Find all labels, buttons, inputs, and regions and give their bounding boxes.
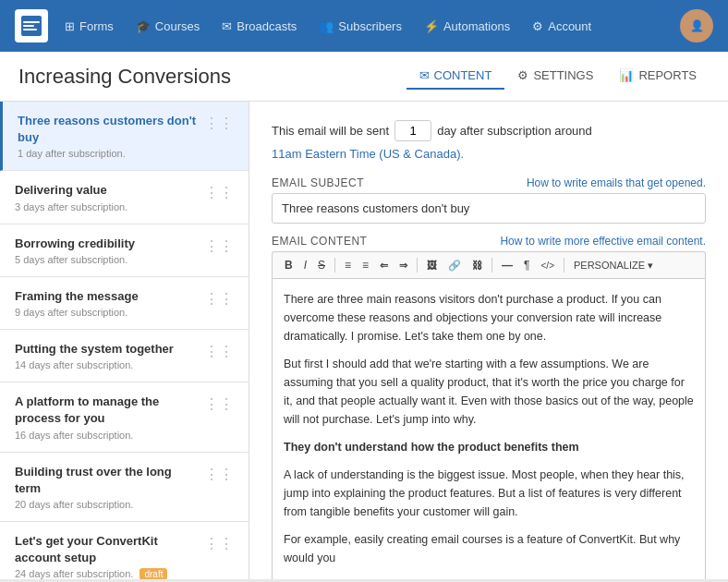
ul-button[interactable]: ≡ [340, 256, 356, 274]
sidebar-item-subtitle-6: 20 days after subscription. [15, 499, 197, 510]
content-label: Email Content [272, 235, 367, 248]
settings-icon: ⚙ [517, 68, 528, 82]
drag-handle-6: ⋮⋮ [204, 466, 234, 483]
sidebar-item-1[interactable]: Delivering value 3 days after subscripti… [0, 171, 249, 224]
drag-handle-4: ⋮⋮ [204, 343, 234, 360]
email-sequence-sidebar: Three reasons customers don't buy 1 day … [0, 102, 249, 579]
content-section-header: Email Content How to write more effectiv… [272, 235, 706, 248]
nav-item-account[interactable]: ⚙ Account [523, 14, 601, 39]
content-icon: ✉ [419, 68, 430, 82]
avatar[interactable]: 👤 [680, 9, 713, 42]
unlink-button[interactable]: ⛓ [467, 257, 487, 273]
sidebar-item-title-5: A platform to manage the process for you [15, 394, 197, 427]
draft-badge: draft [140, 568, 167, 579]
sidebar-item-subtitle-2: 5 days after subscription. [15, 254, 197, 265]
send-time-link[interactable]: 11am Eastern Time (US & Canada). [272, 147, 464, 161]
body-paragraph-2: They don't understand how the product be… [284, 438, 694, 456]
subscribers-icon: 👥 [319, 19, 334, 33]
sidebar-item-title-0: Three reasons customers don't buy [18, 113, 197, 146]
sidebar-item-title-1: Delivering value [15, 182, 197, 199]
sidebar-item-title-3: Framing the message [15, 288, 197, 305]
nav-item-courses[interactable]: 🎓 Courses [127, 14, 209, 39]
personalize-button[interactable]: PERSONALIZE ▾ [569, 257, 658, 274]
body-paragraph-1: But first I should add that we're starti… [284, 355, 694, 429]
nav-item-subscribers[interactable]: 👥 Subscribers [309, 14, 411, 39]
nav-item-automations[interactable]: ⚡ Automations [415, 14, 519, 39]
ol-button[interactable]: ≡ [358, 256, 373, 274]
sidebar-item-title-4: Putting the system together [15, 341, 197, 358]
sub-header: Increasing Conversions ✉ CONTENT ⚙ SETTI… [0, 52, 728, 102]
logo[interactable] [15, 9, 48, 42]
body-paragraph-4: For example, easily creating email cours… [284, 530, 694, 567]
page-title: Increasing Conversions [18, 65, 231, 89]
sidebar-item-5[interactable]: A platform to manage the process for you… [0, 382, 249, 452]
toolbar-separator-3 [491, 258, 492, 273]
sidebar-item-subtitle-0: 1 day after subscription. [18, 148, 197, 159]
sidebar-item-0[interactable]: Three reasons customers don't buy 1 day … [0, 102, 249, 171]
nav-item-broadcasts[interactable]: ✉ Broadcasts [212, 14, 306, 39]
email-editor-panel: This email will be sent day after subscr… [249, 102, 728, 579]
drag-handle-3: ⋮⋮ [204, 290, 234, 308]
send-time-prefix: This email will be sent [272, 124, 389, 138]
sidebar-item-subtitle-5: 16 days after subscription. [15, 430, 197, 441]
sidebar-item-7[interactable]: Let's get your ConvertKit account setup … [0, 522, 249, 579]
sidebar-item-4[interactable]: Putting the system together 14 days afte… [0, 330, 249, 382]
send-time-row: This email will be sent day after subscr… [272, 120, 706, 141]
sidebar-item-subtitle-7: 24 days after subscription. draft [15, 568, 197, 579]
tab-content[interactable]: ✉ CONTENT [406, 63, 505, 90]
paragraph-button[interactable]: ¶ [519, 256, 534, 274]
send-day-input[interactable] [394, 120, 431, 141]
content-help-link[interactable]: How to write more effective email conten… [500, 235, 706, 248]
subject-help-link[interactable]: How to write emails that get opened. [527, 176, 706, 189]
toolbar-separator-4 [564, 258, 564, 273]
sidebar-item-6[interactable]: Building trust over the long term 20 day… [0, 453, 249, 522]
subject-label: Email Subject [272, 176, 364, 189]
drag-handle-2: ⋮⋮ [204, 237, 234, 255]
sidebar-item-title-7: Let's get your ConvertKit account setup [15, 533, 197, 566]
body-paragraph-0: There are three main reasons visitors do… [284, 290, 694, 346]
nav-item-forms[interactable]: ⊞ Forms [55, 14, 123, 39]
main-area: Three reasons customers don't buy 1 day … [0, 102, 728, 579]
body-paragraph-3: A lack of understanding is the biggest i… [284, 466, 694, 521]
drag-handle-5: ⋮⋮ [204, 395, 234, 413]
account-icon: ⚙ [532, 19, 543, 33]
sidebar-item-title-2: Borrowing credibility [15, 236, 197, 252]
italic-button[interactable]: I [299, 256, 311, 274]
hr-button[interactable]: — [497, 256, 517, 274]
strikethrough-button[interactable]: S [313, 256, 330, 274]
sidebar-item-subtitle-4: 14 days after subscription. [15, 359, 197, 370]
broadcasts-icon: ✉ [222, 19, 232, 33]
tab-settings[interactable]: ⚙ SETTINGS [504, 63, 606, 90]
indent-right-button[interactable]: ⇒ [394, 257, 412, 274]
nav-items: ⊞ Forms 🎓 Courses ✉ Broadcasts 👥 Subscri… [55, 14, 680, 39]
drag-handle-7: ⋮⋮ [204, 535, 234, 552]
drag-handle-0: ⋮⋮ [204, 115, 234, 132]
subject-input[interactable] [272, 193, 706, 224]
toolbar-separator-1 [334, 258, 335, 273]
code-button[interactable]: </> [537, 258, 559, 273]
sidebar-item-3[interactable]: Framing the message 9 days after subscri… [0, 277, 249, 330]
top-navigation: ⊞ Forms 🎓 Courses ✉ Broadcasts 👥 Subscri… [0, 0, 728, 52]
tab-reports[interactable]: 📊 REPORTS [606, 63, 710, 90]
reports-icon: 📊 [619, 68, 634, 82]
courses-icon: 🎓 [136, 19, 151, 33]
sidebar-item-title-6: Building trust over the long term [15, 464, 197, 497]
sub-navigation: ✉ CONTENT ⚙ SETTINGS 📊 REPORTS [406, 63, 710, 90]
indent-left-button[interactable]: ⇐ [375, 257, 393, 274]
sidebar-item-subtitle-1: 3 days after subscription. [15, 201, 197, 212]
sidebar-item-subtitle-3: 9 days after subscription. [15, 307, 197, 318]
form-icon: ⊞ [65, 19, 75, 33]
logo-icon [21, 16, 42, 36]
image-button[interactable]: 🖼 [422, 257, 442, 273]
sidebar-item-2[interactable]: Borrowing credibility 5 days after subsc… [0, 224, 249, 277]
toolbar-separator-2 [417, 258, 418, 273]
automations-icon: ⚡ [424, 19, 439, 33]
email-body-editor[interactable]: There are three main reasons visitors do… [272, 278, 706, 579]
link-button[interactable]: 🔗 [443, 257, 466, 274]
drag-handle-1: ⋮⋮ [204, 184, 234, 201]
editor-toolbar: B I S ≡ ≡ ⇐ ⇒ 🖼 🔗 ⛓ — ¶ </> PERSONALIZE … [272, 251, 706, 278]
subject-section-header: Email Subject How to write emails that g… [272, 176, 706, 189]
send-time-suffix: day after subscription around [437, 124, 592, 138]
bold-button[interactable]: B [280, 256, 297, 274]
